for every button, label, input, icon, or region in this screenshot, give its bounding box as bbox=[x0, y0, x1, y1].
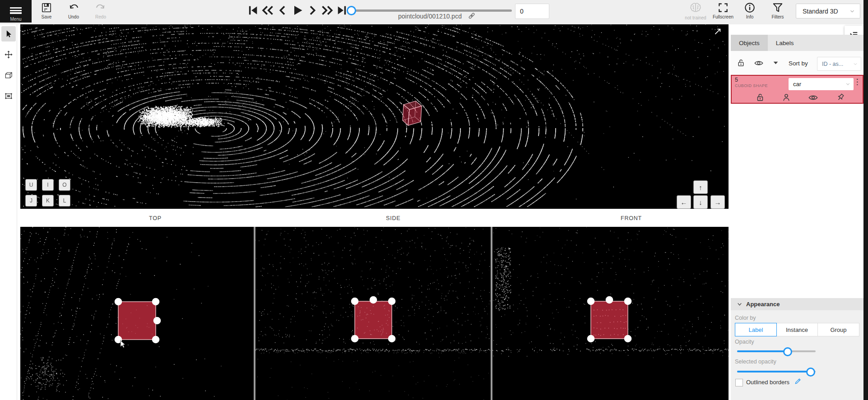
object-lock-button[interactable] bbox=[755, 92, 766, 103]
appearance-section-header[interactable]: Appearance bbox=[731, 298, 863, 310]
cuboid-annotation-front-view[interactable] bbox=[591, 301, 628, 339]
image-tool-button[interactable] bbox=[1, 88, 16, 104]
key-u[interactable]: U bbox=[25, 179, 37, 191]
color-by-instance-button[interactable]: Instance bbox=[776, 323, 818, 336]
pan-right-button[interactable]: → bbox=[710, 195, 725, 209]
redo-icon bbox=[95, 2, 107, 14]
play-button[interactable] bbox=[291, 4, 304, 17]
menu-button[interactable]: Menu bbox=[0, 0, 32, 23]
select-tool-button[interactable] bbox=[1, 26, 16, 41]
lock-open-icon bbox=[755, 92, 765, 102]
list-controls-row: Sort by ID - as... bbox=[731, 51, 863, 75]
sort-value: ID - as... bbox=[822, 61, 843, 67]
outlined-borders-label: Outlined borders bbox=[746, 379, 789, 386]
selected-opacity-slider-fill bbox=[737, 371, 810, 372]
tab-objects-label: Objects bbox=[739, 40, 760, 46]
save-button[interactable]: Save bbox=[33, 2, 60, 19]
selected-opacity-slider-track[interactable] bbox=[737, 371, 816, 372]
previous-frame-button[interactable] bbox=[276, 4, 289, 17]
key-k-label: K bbox=[46, 198, 50, 204]
playback-controls bbox=[246, 4, 348, 17]
object-pin-button[interactable] bbox=[835, 92, 846, 103]
key-i[interactable]: I bbox=[42, 179, 54, 191]
redo-button[interactable]: Redo bbox=[88, 2, 114, 19]
info-label: Info bbox=[746, 14, 754, 19]
cuboid-annotation-side-view[interactable] bbox=[355, 301, 392, 339]
object-visibility-button[interactable] bbox=[808, 92, 818, 103]
tab-labels-label: Labels bbox=[776, 40, 794, 46]
object-list-item-selected[interactable]: 5 CUBOID SHAPE car ⋮ bbox=[731, 75, 863, 104]
color-by-group-text: Group bbox=[830, 326, 846, 333]
color-by-label-button[interactable]: Label bbox=[735, 323, 777, 336]
pan-up-button[interactable]: ↑ bbox=[693, 180, 708, 194]
frame-slider-handle[interactable] bbox=[347, 6, 356, 15]
skip-start-button[interactable] bbox=[246, 4, 259, 17]
save-label: Save bbox=[42, 14, 52, 19]
tab-labels[interactable]: Labels bbox=[768, 35, 802, 51]
color-by-group-button[interactable]: Group bbox=[818, 323, 859, 336]
info-button[interactable]: Info bbox=[737, 2, 763, 19]
lock-all-button[interactable] bbox=[736, 58, 746, 68]
frame-number-input[interactable] bbox=[515, 4, 549, 19]
key-j-label: J bbox=[30, 198, 32, 204]
link-icon[interactable] bbox=[468, 12, 476, 20]
menu-label: Menu bbox=[10, 17, 21, 22]
fullscreen-label: Fullscreen bbox=[713, 14, 733, 19]
selected-opacity-label: Selected opacity bbox=[735, 359, 776, 365]
fast-forward-button[interactable] bbox=[321, 4, 334, 17]
cuboid-annotation-top-view[interactable] bbox=[118, 302, 156, 340]
expand-view-icon[interactable] bbox=[712, 27, 722, 37]
show-all-button[interactable] bbox=[754, 58, 764, 68]
next-frame-button[interactable] bbox=[306, 4, 319, 17]
selected-opacity-slider-handle[interactable] bbox=[806, 368, 815, 377]
expand-list-button[interactable] bbox=[773, 60, 779, 66]
undo-button[interactable]: Undo bbox=[60, 2, 87, 19]
chevron-down-icon bbox=[849, 8, 855, 14]
pan-down-button[interactable]: ↓ bbox=[693, 195, 708, 209]
key-o-label: O bbox=[62, 182, 66, 188]
up-arrow-icon: ↑ bbox=[699, 184, 702, 191]
object-assign-button[interactable] bbox=[781, 92, 792, 103]
fullscreen-button[interactable]: Fullscreen bbox=[710, 2, 736, 19]
key-l-label: L bbox=[63, 198, 66, 204]
main-3d-viewport[interactable] bbox=[20, 24, 729, 209]
color-by-label: Color by bbox=[735, 315, 756, 321]
tool-sidebar bbox=[0, 24, 17, 400]
right-arrow-icon: → bbox=[715, 198, 721, 206]
chevron-down-icon bbox=[853, 61, 858, 67]
tab-objects[interactable]: Objects bbox=[731, 35, 768, 51]
undo-icon bbox=[68, 2, 79, 14]
object-id: 5 bbox=[735, 77, 738, 83]
sort-by-label: Sort by bbox=[789, 60, 808, 67]
fast-rewind-button[interactable] bbox=[261, 4, 274, 17]
lock-open-icon bbox=[736, 58, 746, 68]
pan-left-button[interactable]: ← bbox=[677, 195, 691, 209]
cuboid-icon bbox=[4, 71, 13, 80]
model-status: not trained bbox=[682, 2, 709, 20]
cuboid-annotation-3d[interactable] bbox=[403, 101, 422, 127]
filters-icon bbox=[772, 2, 784, 14]
key-j[interactable]: J bbox=[25, 195, 37, 207]
cuboid-tool-button[interactable] bbox=[1, 68, 16, 83]
view-mode-dropdown[interactable]: Standard 3D bbox=[796, 4, 860, 18]
key-l[interactable]: L bbox=[59, 195, 70, 207]
brain-icon bbox=[689, 2, 702, 14]
color-by-button-group: Label Instance Group bbox=[735, 323, 859, 336]
category-value: car bbox=[793, 81, 801, 87]
key-o[interactable]: O bbox=[59, 179, 70, 191]
save-icon bbox=[41, 2, 52, 14]
category-dropdown[interactable]: car bbox=[789, 78, 854, 90]
frame-slider-track[interactable] bbox=[350, 9, 512, 12]
filename-label: pointcloud/001210.pcd bbox=[381, 13, 478, 20]
color-by-instance-text: Instance bbox=[786, 326, 808, 333]
chevron-down-icon bbox=[845, 81, 851, 87]
move-tool-button[interactable] bbox=[1, 47, 16, 62]
eye-icon bbox=[754, 58, 764, 68]
object-menu-button[interactable]: ⋮ bbox=[853, 77, 862, 88]
outlined-borders-checkbox[interactable] bbox=[735, 379, 743, 386]
sort-dropdown[interactable]: ID - as... bbox=[817, 57, 861, 71]
opacity-slider-track[interactable] bbox=[737, 350, 816, 352]
filters-button[interactable]: Filters bbox=[765, 2, 791, 19]
edit-outline-color-icon[interactable] bbox=[794, 377, 802, 385]
key-k[interactable]: K bbox=[42, 195, 54, 207]
